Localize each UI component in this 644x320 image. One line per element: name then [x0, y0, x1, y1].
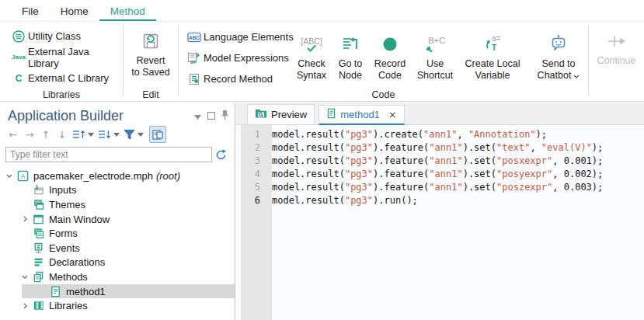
tree-item-inputs[interactable]: Inputs — [0, 183, 235, 198]
use-shortcut-line1: Use — [426, 58, 444, 70]
editor-tabstrip: Preview method1 × — [236, 103, 644, 125]
svg-text:a=: a= — [190, 59, 197, 64]
check-syntax-button[interactable]: [ABC] Check Syntax — [291, 25, 332, 89]
chevron-expanded-icon[interactable] — [19, 275, 31, 279]
use-shortcut-line2: Shortcut — [417, 70, 454, 82]
language-elements-button[interactable]: ABC Language Elements — [185, 26, 291, 47]
tab-file[interactable]: File — [11, 2, 50, 21]
main-window-icon — [31, 214, 45, 225]
preview-tab[interactable]: Preview — [247, 104, 315, 124]
record-code-button[interactable]: Record Code — [369, 25, 411, 89]
continue-button[interactable]: Continue — [589, 22, 644, 101]
application-builder-panel: Application Builder ← → ↑ ↓ — [0, 103, 235, 320]
record-method-button[interactable]: Record Method — [185, 68, 291, 89]
method-document-icon — [326, 108, 336, 121]
revert-label-line2: to Saved — [131, 67, 169, 78]
method1-tab[interactable]: method1 × — [319, 105, 405, 125]
refresh-icon[interactable] — [212, 149, 229, 161]
list-down-icon — [98, 129, 111, 140]
collapse-list-button[interactable] — [96, 127, 121, 142]
code-line: 6model.result("pg3").run(); — [236, 194, 644, 207]
c-language-icon: C — [9, 73, 28, 84]
send-to-chatbot-line1: Send to — [541, 58, 575, 70]
move-up-button[interactable]: ↑ — [38, 127, 54, 142]
record-method-icon — [185, 73, 204, 85]
tree-item-method1[interactable]: method1 — [0, 284, 235, 299]
edit-group-label: Edit — [124, 89, 178, 100]
panel-menu-chevron-icon[interactable] — [194, 109, 201, 123]
record-method-label: Record Method — [204, 73, 273, 85]
java-icon: Java — [9, 54, 28, 61]
model-expressions-label: Model Expressions — [204, 52, 289, 64]
utility-class-icon — [9, 30, 28, 43]
external-c-library-button[interactable]: C External C Library — [5, 68, 123, 89]
tree-item-libraries[interactable]: Libraries — [0, 298, 235, 313]
tree-item-methods[interactable]: Methods — [0, 270, 235, 284]
editor-tools-icon — [152, 130, 163, 140]
show-editor-tools-toggle[interactable] — [149, 126, 166, 143]
model-expressions-button[interactable]: a= Model Expressions — [185, 47, 291, 68]
code-line: 1model.result("pg3").create("ann1", "Ann… — [236, 128, 644, 141]
send-to-chatbot-line2: Chatbot — [538, 70, 572, 81]
expand-list-button[interactable] — [71, 127, 96, 142]
themes-icon — [31, 199, 45, 210]
continue-label: Continue — [597, 55, 635, 67]
record-code-icon — [381, 30, 399, 58]
method1-tab-label: method1 — [340, 109, 380, 120]
svg-text:a=: a= — [492, 34, 501, 43]
code-editor[interactable]: 1model.result("pg3").create("ann1", "Ann… — [236, 125, 644, 320]
tree-item-events[interactable]: Events — [0, 241, 235, 256]
use-shortcut-button[interactable]: B+C Use Shortcut — [411, 25, 459, 89]
declarations-icon — [31, 256, 45, 268]
record-code-line2: Code — [378, 70, 402, 82]
tree-item-root[interactable]: A pacemaker_electrode.mph (root) — [0, 169, 235, 183]
panel-float-icon[interactable] — [207, 109, 215, 123]
external-java-library-button[interactable]: Java External Java Library — [5, 47, 123, 68]
back-button[interactable]: ← — [5, 127, 21, 142]
create-local-variable-button[interactable]: a=T Create Local Variable — [459, 25, 526, 89]
inputs-icon — [31, 184, 45, 196]
tree-item-forms[interactable]: Forms — [0, 226, 235, 241]
ribbon-group-libraries: Utility Class Java External Java Library… — [0, 22, 123, 101]
application-root-icon: A — [16, 170, 30, 182]
list-up-icon — [72, 129, 85, 140]
revert-to-saved-icon — [141, 27, 161, 55]
record-code-line1: Record — [374, 58, 406, 70]
utility-class-button[interactable]: Utility Class — [5, 26, 123, 47]
tree-item-declarations[interactable]: Declarations — [0, 256, 235, 270]
chevron-collapsed-icon[interactable] — [19, 216, 31, 222]
tab-home[interactable]: Home — [50, 2, 99, 21]
chevron-expanded-icon[interactable] — [3, 174, 16, 178]
forward-button[interactable]: → — [22, 127, 37, 142]
create-local-variable-line1: Create Local — [465, 58, 520, 70]
ribbon-group-edit: Revert to Saved Edit — [124, 22, 178, 101]
svg-text:ABC: ABC — [189, 34, 200, 40]
go-to-node-line2: Node — [339, 70, 362, 82]
tree-item-themes[interactable]: Themes — [0, 197, 235, 212]
check-syntax-line2: Syntax — [297, 70, 326, 82]
tab-method[interactable]: Method — [99, 2, 156, 21]
go-to-node-button[interactable]: Go to Node — [332, 25, 369, 89]
check-syntax-line1: Check — [298, 58, 325, 70]
chevron-down-icon — [88, 133, 94, 137]
panel-title: Application Builder — [8, 108, 194, 124]
external-c-library-label: External C Library — [28, 72, 109, 84]
filter-button[interactable] — [122, 127, 145, 142]
tree-item-main-window[interactable]: Main Window — [0, 212, 235, 227]
svg-text:A: A — [20, 172, 25, 180]
chevron-down-icon — [138, 133, 144, 137]
create-local-variable-line2: Variable — [475, 70, 510, 82]
code-group-label: Code — [179, 89, 588, 100]
send-to-chatbot-button[interactable]: Send to Chatbot — [526, 25, 591, 89]
close-icon[interactable]: × — [388, 109, 397, 120]
external-java-library-label: External Java Library — [28, 46, 123, 69]
panel-pin-icon[interactable] — [221, 109, 228, 123]
libraries-icon — [31, 300, 45, 311]
chevron-collapsed-icon[interactable] — [19, 303, 31, 309]
preview-icon — [255, 108, 267, 121]
filter-input[interactable] — [5, 147, 212, 162]
utility-class-label: Utility Class — [28, 30, 81, 42]
ribbon-tabbar: File Home Method — [0, 0, 644, 22]
move-down-button[interactable]: ↓ — [54, 127, 70, 142]
chevron-down-icon[interactable] — [573, 70, 580, 81]
